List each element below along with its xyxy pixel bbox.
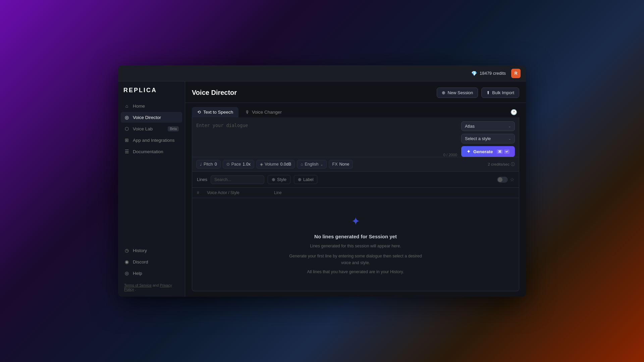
lines-toggle[interactable]	[497, 177, 508, 183]
voice-select[interactable]: Atlas ⌄	[461, 121, 515, 131]
sidebar-item-label-discord: Discord	[133, 259, 148, 264]
beta-badge: Beta	[168, 126, 179, 131]
sidebar-item-history[interactable]: ◷ History	[121, 245, 182, 256]
logo: REPLICA	[118, 87, 185, 101]
voice-selected-label: Atlas	[465, 124, 475, 129]
tab-voice-changer[interactable]: 🎙 Voice Changer	[240, 107, 287, 117]
label-filter-button[interactable]: ⊕ Label	[294, 175, 318, 184]
terms-of-service-link[interactable]: Terms of Service	[124, 283, 152, 287]
pace-label: Pace	[231, 162, 241, 167]
voice-director-icon: ◎	[124, 115, 129, 120]
credits-info-icon: ⓘ	[511, 162, 515, 167]
sidebar-item-voice-lab[interactable]: ⬡ Voice Lab Beta	[121, 123, 182, 134]
label-filter-label: Label	[303, 177, 314, 182]
sidebar-item-label-docs: Documentation	[133, 149, 163, 154]
style-select-chevron: ⌄	[508, 136, 511, 141]
col-header-num: #	[197, 190, 207, 195]
sidebar-bottom: ◷ History ◉ Discord ◎ Help Terms of Serv…	[118, 245, 185, 291]
lines-search-input[interactable]	[211, 175, 264, 184]
toggle-handle	[498, 177, 502, 182]
language-label: English	[305, 162, 319, 167]
vc-tab-label: Voice Changer	[252, 110, 282, 115]
editor-section: 0 / 2000 Atlas ⌄ Select a style ⌄ ✦	[192, 117, 519, 157]
style-filter-icon: ⊕	[272, 177, 275, 182]
new-session-icon: ⊕	[442, 90, 445, 95]
lines-toolbar: Lines ⊕ Style ⊕ Label ☆	[192, 172, 519, 188]
controls-bar: ♩ Pitch 0 ⊙ Pace 1.0x ◈ Volume 0.0dB ⌂ E…	[192, 157, 519, 172]
integrations-icon: ⊞	[124, 137, 129, 143]
sidebar: REPLICA ⌂ Home ◎ Voice Director ⬡ Voice …	[118, 81, 185, 297]
volume-icon: ◈	[260, 162, 263, 167]
sidebar-item-label-history: History	[133, 248, 147, 253]
style-filter-button[interactable]: ⊕ Style	[268, 175, 290, 184]
page-title: Voice Director	[192, 89, 237, 97]
pitch-value: 0	[215, 162, 217, 167]
lines-label: Lines	[197, 177, 207, 182]
star-filter-icon[interactable]: ☆	[510, 177, 514, 183]
user-avatar[interactable]: R	[511, 69, 521, 78]
style-filter-label: Style	[277, 177, 286, 182]
language-control[interactable]: ⌂ English ⌄	[297, 160, 326, 169]
pitch-icon: ♩	[200, 162, 202, 167]
volume-value: 0.0dB	[280, 162, 291, 167]
dialogue-input[interactable]	[196, 121, 457, 153]
history-clock-icon: 🕐	[511, 109, 517, 115]
credits-icon: 💎	[471, 71, 477, 76]
sidebar-item-label-help: Help	[133, 271, 142, 276]
char-count: 0 / 2000	[196, 153, 457, 157]
sidebar-item-label-integrations: App and Integrations	[133, 138, 175, 143]
generate-shortcuts: ⌘ ↵	[497, 149, 509, 154]
generate-label: Generate	[473, 149, 493, 154]
credits-per-sec-value: 2 credits/sec	[488, 162, 509, 166]
empty-hint: All lines that you have generated are in…	[307, 269, 404, 274]
pitch-label: Pitch	[204, 162, 213, 167]
title-bar: 💎 18479 credits R	[118, 65, 526, 81]
label-filter-icon: ⊕	[298, 177, 302, 182]
volume-label: Volume	[265, 162, 279, 167]
voice-selector: Atlas ⌄ Select a style ⌄ ✦ Generate ⌘	[461, 121, 515, 157]
sidebar-item-help[interactable]: ◎ Help	[121, 268, 182, 279]
generate-button[interactable]: ✦ Generate ⌘ ↵	[461, 146, 515, 157]
home-icon: ⌂	[124, 103, 129, 109]
table-header: # Voice Actor / Style Line	[192, 188, 519, 198]
page-header: Voice Director ⊕ New Session ⬆ Bulk Impo…	[185, 81, 526, 103]
tts-tab-label: Text to Speech	[203, 110, 233, 115]
sidebar-item-home[interactable]: ⌂ Home	[121, 101, 182, 111]
fx-value: None	[339, 162, 350, 167]
credits-per-sec: 2 credits/sec ⓘ	[488, 162, 515, 167]
footer-links: Terms of Service and Privacy Policy .	[121, 279, 182, 291]
new-session-label: New Session	[447, 90, 473, 95]
history-toggle-button[interactable]: 🕐	[508, 108, 519, 117]
new-session-button[interactable]: ⊕ New Session	[437, 87, 478, 98]
language-chevron: ⌄	[320, 163, 323, 166]
style-select[interactable]: Select a style ⌄	[461, 134, 515, 143]
app-window: 💎 18479 credits R REPLICA ⌂ Home ◎ Voice…	[118, 65, 526, 297]
docs-icon: ☰	[124, 149, 129, 154]
bulk-import-label: Bulk Import	[492, 90, 514, 95]
bulk-import-button[interactable]: ⬆ Bulk Import	[481, 87, 519, 98]
shortcut-cmd: ⌘	[497, 149, 503, 154]
sidebar-item-label-voice-director: Voice Director	[133, 115, 161, 120]
fx-control[interactable]: FX None	[329, 160, 353, 169]
volume-control[interactable]: ◈ Volume 0.0dB	[256, 160, 295, 169]
pace-control[interactable]: ⊙ Pace 1.0x	[223, 160, 254, 169]
tts-tab-icon: ⟲	[197, 110, 201, 115]
help-icon: ◎	[124, 270, 129, 276]
empty-state: ✦ No lines generated for Session yet Lin…	[192, 198, 519, 291]
tab-text-to-speech[interactable]: ⟲ Text to Speech	[192, 107, 238, 117]
nav-items: ⌂ Home ◎ Voice Director ⬡ Voice Lab Beta…	[118, 101, 185, 245]
input-column: 0 / 2000	[196, 121, 457, 157]
sidebar-item-voice-director[interactable]: ◎ Voice Director	[121, 112, 182, 123]
shortcut-enter: ↵	[504, 149, 509, 154]
vc-tab-icon: 🎙	[245, 110, 250, 115]
empty-title: No lines generated for Session yet	[314, 234, 397, 239]
credits-area: 💎 18479 credits R	[471, 69, 521, 78]
language-icon: ⌂	[301, 162, 303, 167]
sidebar-item-documentation[interactable]: ☰ Documentation	[121, 146, 182, 157]
pitch-control[interactable]: ♩ Pitch 0	[196, 160, 221, 169]
style-placeholder: Select a style	[465, 136, 491, 141]
header-actions: ⊕ New Session ⬆ Bulk Import	[437, 87, 519, 98]
sidebar-item-app-integrations[interactable]: ⊞ App and Integrations	[121, 135, 182, 145]
sidebar-item-discord[interactable]: ◉ Discord	[121, 256, 182, 267]
generate-sparkle-icon: ✦	[467, 149, 471, 154]
